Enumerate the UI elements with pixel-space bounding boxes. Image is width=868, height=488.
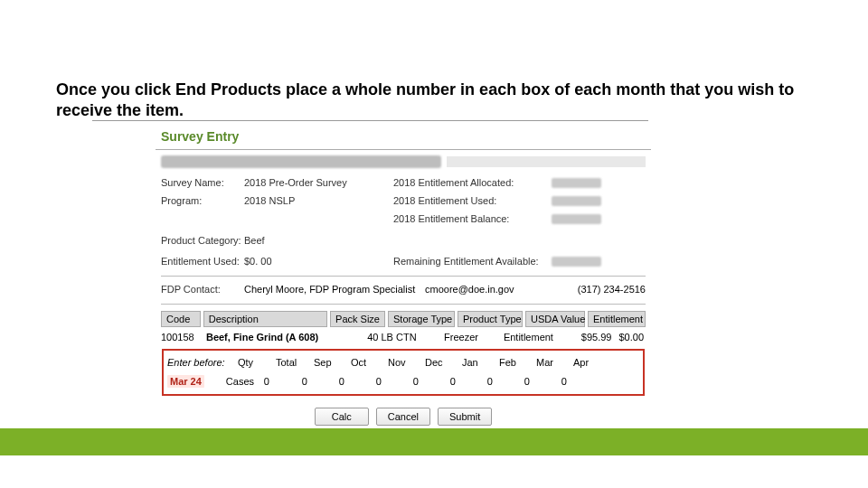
survey-entry-panel: Survey Entry Survey Name: 2018 Pre-Order…: [156, 122, 651, 433]
month-apr-input[interactable]: 0: [561, 376, 599, 387]
fdp-contact-phone: (317) 234-2516: [578, 284, 646, 295]
col-usda-value: USDA Value: [525, 311, 585, 327]
survey-name-value: 2018 Pre-Order Survey: [244, 177, 393, 188]
calc-button[interactable]: Calc: [315, 408, 369, 426]
enter-before-label: Enter before:: [167, 357, 238, 368]
entitlement-allocated-value-redacted: [552, 178, 601, 188]
submit-button[interactable]: Submit: [438, 408, 492, 426]
contact-row: FDP Contact: Cheryl Moore, FDP Program S…: [156, 280, 651, 298]
entitlement-used-row-value: $0. 00: [244, 256, 393, 267]
product-code: 100158: [161, 332, 206, 343]
product-usda-value: $95.99: [561, 332, 619, 343]
month-sep-label: Sep: [314, 357, 351, 368]
panel-title: Survey Entry: [156, 122, 651, 149]
fdp-contact-email: cmoore@doe.in.gov: [425, 284, 533, 295]
col-storage-type: Storage Type: [388, 311, 455, 327]
cases-label: Cases: [226, 376, 264, 387]
remaining-entitlement-value-redacted: [552, 257, 601, 267]
info-grid: Survey Name: 2018 Pre-Order Survey 2018 …: [156, 174, 651, 270]
separator-2: [161, 304, 646, 305]
fdp-contact-label: FDP Contact:: [161, 284, 244, 295]
separator: [161, 276, 646, 277]
entitlement-used-row-label: Entitlement Used:: [161, 256, 244, 267]
month-dec-input[interactable]: 0: [413, 376, 450, 387]
month-apr-label: Apr: [573, 357, 610, 368]
month-mar-input[interactable]: 0: [524, 376, 561, 387]
month-jan-label: Jan: [462, 357, 499, 368]
instruction-heading: Once you click End Products place a whol…: [56, 80, 816, 120]
product-type: Entitlement: [496, 332, 561, 343]
panel-title-underline: [156, 149, 651, 150]
month-dec-label: Dec: [425, 357, 462, 368]
entitlement-used-label: 2018 Entitlement Used:: [393, 195, 552, 206]
month-nov-input[interactable]: 0: [376, 376, 413, 387]
product-entitlement: $0.00: [618, 332, 646, 343]
cancel-button[interactable]: Cancel: [376, 408, 430, 426]
product-category-label: Product Category:: [161, 235, 244, 246]
month-oct-input[interactable]: 0: [339, 376, 376, 387]
month-feb-label: Feb: [499, 357, 536, 368]
program-value: 2018 NSLP: [244, 195, 393, 206]
qty-label: Qty: [238, 357, 276, 368]
product-description: Beef, Fine Grind (A 608): [206, 332, 367, 343]
total-value: 0: [264, 376, 302, 387]
month-mar-label: Mar: [536, 357, 573, 368]
product-storage-type: Freezer: [426, 332, 496, 343]
fdp-contact-name: Cheryl Moore, FDP Program Specialist: [244, 284, 425, 295]
month-entry-highlight: Enter before: Qty Total Sep Oct Nov Dec …: [162, 349, 645, 396]
month-nov-label: Nov: [388, 357, 425, 368]
product-row: 100158 Beef, Fine Grind (A 608) 40 LB CT…: [156, 330, 651, 344]
col-entitlement: Entitlement: [588, 311, 646, 327]
org-row: [156, 154, 651, 174]
column-headers: Code Description Pack Size Storage Type …: [156, 308, 651, 330]
product-pack-size: 40 LB CTN: [367, 332, 426, 343]
entitlement-balance-label: 2018 Entitlement Balance:: [393, 213, 552, 224]
col-product-type: Product Type: [458, 311, 523, 327]
entitlement-used-value-redacted: [552, 196, 601, 206]
heading-underline: [92, 120, 648, 121]
col-pack-size: Pack Size: [330, 311, 385, 327]
col-description: Description: [203, 311, 327, 327]
col-code: Code: [161, 311, 201, 327]
remaining-entitlement-label: Remaining Entitlement Available:: [393, 256, 552, 267]
entitlement-allocated-label: 2018 Entitlement Allocated:: [393, 177, 552, 188]
survey-name-label: Survey Name:: [161, 177, 244, 188]
entitlement-balance-value-redacted: [552, 214, 601, 224]
product-category-value: Beef: [244, 235, 393, 246]
program-label: Program:: [161, 195, 244, 206]
org-bar: [447, 156, 646, 167]
total-label: Total: [276, 357, 314, 368]
org-name-redacted: [161, 155, 441, 168]
month-feb-input[interactable]: 0: [487, 376, 524, 387]
footer-bar: [0, 428, 868, 455]
month-jan-input[interactable]: 0: [450, 376, 487, 387]
month-oct-label: Oct: [351, 357, 388, 368]
month-sep-input[interactable]: 0: [302, 376, 339, 387]
enter-before-value: Mar 24: [167, 375, 204, 388]
